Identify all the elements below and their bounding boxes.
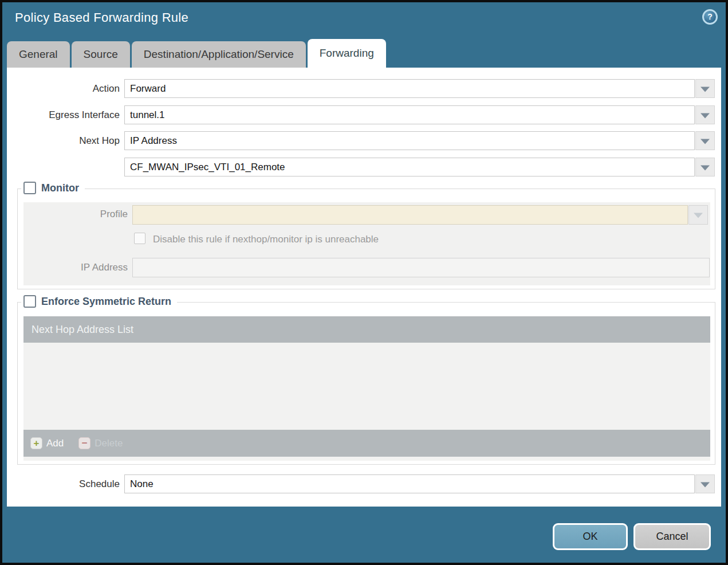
delete-button-label: Delete (95, 438, 123, 449)
minus-icon: − (78, 437, 90, 449)
schedule-select[interactable]: None (124, 474, 695, 493)
next-hop-address-dropdown-button[interactable] (695, 158, 715, 176)
chevron-down-icon (694, 213, 703, 218)
help-icon[interactable]: ? (702, 9, 718, 25)
symmetric-return-legend-label: Enforce Symmetric Return (41, 296, 171, 308)
monitor-legend-label: Monitor (41, 182, 79, 194)
monitor-ip-address-input (132, 258, 710, 277)
delete-button: − Delete (78, 437, 123, 449)
action-select[interactable]: Forward (124, 79, 695, 98)
action-value: Forward (130, 83, 166, 94)
monitor-legend: Monitor (21, 182, 85, 194)
egress-interface-label: Egress Interface (7, 105, 120, 124)
egress-interface-value: tunnel.1 (130, 109, 165, 120)
next-hop-address-value: CF_MWAN_IPsec_VTI_01_Remote (130, 162, 285, 172)
tab-forwarding[interactable]: Forwarding (308, 39, 386, 68)
disable-rule-label: Disable this rule if nexthop/monitor ip … (153, 234, 379, 245)
dialog-title: Policy Based Forwarding Rule (15, 10, 188, 25)
schedule-label: Schedule (7, 474, 120, 493)
chevron-down-icon (701, 139, 710, 144)
schedule-dropdown-button[interactable] (695, 474, 715, 493)
action-dropdown-button[interactable] (695, 79, 715, 98)
next-hop-label: Next Hop (7, 131, 120, 150)
action-label: Action (7, 79, 120, 98)
next-hop-address-list-header: Next Hop Address List (23, 316, 710, 343)
egress-interface-dropdown-button[interactable] (695, 105, 715, 124)
plus-icon: + (30, 437, 42, 449)
monitor-group: Monitor Profile Disable this rule if nex… (17, 189, 715, 289)
next-hop-address-list-body[interactable] (23, 343, 710, 430)
symmetric-return-group: Enforce Symmetric Return Next Hop Addres… (17, 302, 715, 465)
next-hop-value: IP Address (130, 135, 177, 146)
add-button[interactable]: + Add (30, 437, 64, 449)
schedule-value: None (130, 478, 154, 489)
profile-select (132, 205, 688, 225)
table-bottom-strip (23, 457, 710, 461)
profile-dropdown-button (688, 205, 708, 225)
next-hop-select[interactable]: IP Address (124, 131, 695, 150)
enforce-symmetric-return-checkbox[interactable] (23, 295, 36, 308)
next-hop-address-select[interactable]: CF_MWAN_IPsec_VTI_01_Remote (124, 158, 695, 176)
monitor-checkbox[interactable] (23, 182, 36, 194)
ok-button[interactable]: OK (553, 523, 628, 550)
chevron-down-icon (701, 482, 710, 487)
tab-source[interactable]: Source (72, 41, 130, 68)
tab-destination-application-service[interactable]: Destination/Application/Service (132, 41, 306, 68)
tab-bar: General Source Destination/Application/S… (7, 39, 388, 68)
next-hop-address-list-table: Next Hop Address List + Add − Delete (23, 316, 710, 461)
monitor-panel: Profile Disable this rule if nexthop/mon… (23, 202, 710, 285)
tab-general[interactable]: General (7, 41, 70, 68)
chevron-down-icon (701, 165, 710, 170)
chevron-down-icon (701, 87, 710, 92)
symmetric-return-legend: Enforce Symmetric Return (21, 295, 177, 308)
monitor-ip-address-label: IP Address (23, 262, 128, 273)
add-button-label: Add (46, 438, 64, 449)
profile-label: Profile (23, 209, 128, 220)
dialog-window: Policy Based Forwarding Rule ? General S… (0, 0, 728, 565)
next-hop-dropdown-button[interactable] (695, 131, 715, 150)
cancel-button[interactable]: Cancel (633, 523, 711, 550)
egress-interface-select[interactable]: tunnel.1 (124, 105, 695, 124)
forwarding-tab-panel: Action Forward Egress Interface tunnel.1… (7, 68, 721, 507)
disable-rule-checkbox (134, 233, 145, 244)
next-hop-address-list-header-label: Next Hop Address List (32, 324, 133, 335)
next-hop-address-list-toolbar: + Add − Delete (23, 430, 710, 457)
chevron-down-icon (701, 113, 710, 118)
